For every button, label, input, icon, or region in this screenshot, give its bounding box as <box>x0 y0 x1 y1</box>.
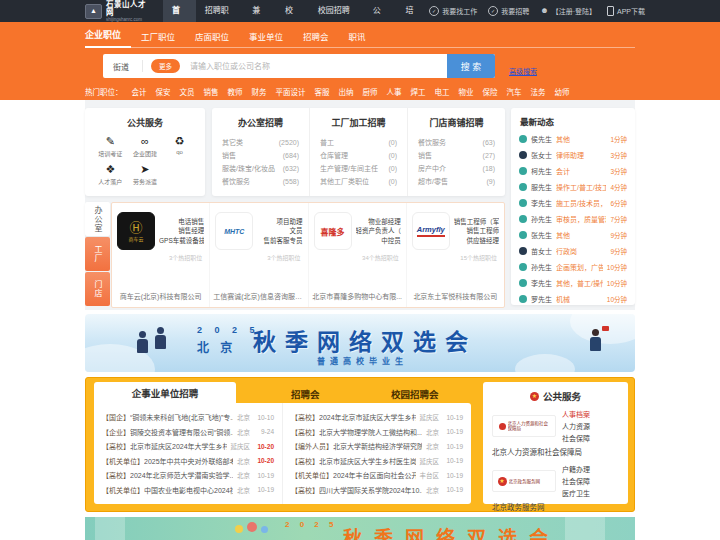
resume-row[interactable]: 苗女士 行政岗 9分钟 <box>511 243 635 259</box>
gov-link[interactable]: 社会保障 <box>562 433 590 443</box>
resume-row[interactable]: 服先生 操作工/普工/技工... 4分钟 <box>511 179 635 195</box>
hot-job-link[interactable]: 法务 <box>531 86 546 97</box>
company-card[interactable]: 喜隆多 物业部经理 轻资产负责人（购 中控员 34个热招职位 北京市喜隆多购物中… <box>308 203 406 307</box>
hot-job-link[interactable]: 客服 <box>315 86 330 97</box>
category-link[interactable]: 房产中介(18) <box>418 162 495 175</box>
hot-job-link[interactable]: 出纳 <box>339 86 354 97</box>
search-tab[interactable]: 企业职位 <box>85 28 131 48</box>
resume-row[interactable]: 张女士 律师助理 3分钟 <box>511 147 635 163</box>
nav-item[interactable]: 校招 <box>276 0 309 22</box>
resume-row[interactable]: 李先生 施工员/技术员，... 6分钟 <box>511 195 635 211</box>
resume-row[interactable]: 柯先生 会计 3分钟 <box>511 163 635 179</box>
category-link[interactable]: 餐饮服务(558) <box>222 175 299 188</box>
category-link[interactable]: 超市/零售(9) <box>418 175 495 188</box>
tab-enterprise-recruit[interactable]: 企事业单位招聘 <box>94 382 236 403</box>
category-link[interactable]: 其他工厂类职位(0) <box>320 175 397 188</box>
category-link[interactable]: 销售(684) <box>222 149 299 162</box>
company-card[interactable]: MHTC 项目助理 文员 售前客服专员 3个热招职位 工信赛诚(北京)信息咨询服… <box>209 203 307 307</box>
nav-item[interactable]: 兼职 <box>243 0 276 22</box>
company-type-tab[interactable]: 办公室 <box>85 202 110 236</box>
category-link[interactable]: 生产管理/车间主任(0) <box>320 162 397 175</box>
hot-job-link[interactable]: 平面设计 <box>276 86 306 97</box>
search-button[interactable]: 搜 索 <box>447 54 495 78</box>
nav-item[interactable]: 公招 <box>364 0 397 22</box>
resume-row[interactable]: 罗先生 机械 10分钟 <box>511 291 635 305</box>
resume-row[interactable]: 侯先生 其他 1分钟 <box>511 131 635 147</box>
site-logo[interactable]: ▲ 石景山人才网 shijingshanrc.com <box>85 1 151 22</box>
gov-link[interactable]: 户籍办理 <box>562 464 590 474</box>
register-login-link[interactable]: ☻ 【注册·登陆】 <box>540 6 596 16</box>
service-item[interactable]: ♻ qo <box>162 135 197 158</box>
listing-row[interactable]: 【编外人员】 北京大学新结构经济学研究院202... 北京 10-19 <box>291 439 463 454</box>
gov-portal-caption[interactable]: 北京政务服务网 <box>492 501 619 512</box>
hot-job-link[interactable]: 电工 <box>435 86 450 97</box>
search-tab[interactable]: 招聘会 <box>293 30 339 47</box>
advanced-search-link[interactable]: 高级搜索 <box>509 66 537 76</box>
nav-item[interactable]: 招聘职位 <box>196 0 244 22</box>
listing-row[interactable]: 【机关单位】 2025年中共中央对外联络部考试... 北京 10-20 <box>102 454 274 469</box>
listing-row[interactable]: 【高校】 北京市延庆区大学生乡村医生岗... 延庆区 10-19 <box>291 454 463 469</box>
hot-job-link[interactable]: 会计 <box>132 86 147 97</box>
bottom-job-fair-banner[interactable]: 2 0 2 5 秋季网络双选会 <box>85 517 635 540</box>
hr-bureau-logo[interactable]: 北京人力资源和社会保障局 <box>492 415 556 437</box>
listing-row[interactable]: 【高校】 四川大学国际关系学院2024年10... 北京 10-19 <box>291 483 463 498</box>
hot-job-link[interactable]: 幼师 <box>555 86 570 97</box>
category-link[interactable]: 仓库管理(0) <box>320 149 397 162</box>
search-tab[interactable]: 工厂职位 <box>131 30 185 47</box>
gov-link[interactable]: 人事档案 <box>562 409 590 419</box>
category-link[interactable]: 服装/珠宝/化妆品(632) <box>222 162 299 175</box>
find-job-link[interactable]: ✓ 我要找工作 <box>429 6 477 16</box>
service-item[interactable]: ➤ 劳务派遣 <box>128 163 163 186</box>
resume-row[interactable]: 孙先生 审核员，质量管理... 7分钟 <box>511 211 635 227</box>
search-input[interactable] <box>188 61 447 72</box>
nav-item[interactable]: 培训 <box>396 0 429 22</box>
more-filters-button[interactable]: 更多 <box>151 59 180 73</box>
district-dropdown[interactable]: 街道 <box>103 61 142 72</box>
gov-portal-logo[interactable]: ★ 北京政务服务网 <box>492 470 556 492</box>
service-item[interactable]: ∞ 企业团建 <box>128 135 163 158</box>
app-download-link[interactable]: APP下载 <box>607 6 645 16</box>
category-link[interactable]: 其它类(2520) <box>222 136 299 149</box>
hot-job-link[interactable]: 文员 <box>180 86 195 97</box>
nav-item[interactable]: 首页 <box>163 0 196 22</box>
hire-link[interactable]: ✓ 我要招聘 <box>488 6 529 16</box>
gov-link[interactable]: 医疗卫生 <box>562 488 590 498</box>
hr-bureau-caption[interactable]: 北京人力资源和社会保障局 <box>492 446 619 457</box>
category-link[interactable]: 餐饮服务(63) <box>418 136 495 149</box>
hot-job-link[interactable]: 销售 <box>204 86 219 97</box>
service-item[interactable]: ✎ 培训考证 <box>93 135 128 158</box>
hot-job-link[interactable]: 物业 <box>459 86 474 97</box>
search-tab[interactable]: 店面职位 <box>185 30 239 47</box>
resume-row[interactable]: 孙先生 企画策划，广告传... 10分钟 <box>511 259 635 275</box>
listing-row[interactable]: 【高校】 2024年北京市延庆区大学生乡村... 延庆区 10-19 <box>291 410 463 425</box>
gov-link[interactable]: 社会保障 <box>562 476 590 486</box>
resume-row[interactable]: 张先生 其他 9分钟 <box>511 227 635 243</box>
tab-campus-fair[interactable]: 校园招聘会 <box>391 387 439 401</box>
listing-row[interactable]: 【高校】 2024年北京师范大学潜南实验学... 北京 10-19 <box>102 468 274 483</box>
search-tab[interactable]: 职讯 <box>339 30 376 47</box>
company-card[interactable]: Armyfly 销售工程师（军工 销售工程师 供应链经理 15个热招职位 北京东… <box>406 203 504 307</box>
listing-row[interactable]: 【高校】 北京市延庆区2024年大学生乡村... 延庆区 10-20 <box>102 439 274 454</box>
hot-job-link[interactable]: 财务 <box>252 86 267 97</box>
hot-job-link[interactable]: 人事 <box>387 86 402 97</box>
hot-job-link[interactable]: 焊工 <box>411 86 426 97</box>
category-link[interactable]: 普工(0) <box>320 136 397 149</box>
hot-job-link[interactable]: 保险 <box>483 86 498 97</box>
listing-row[interactable]: 【高校】 北京大学物理学院人工微结构和... 北京 10-19 <box>291 425 463 440</box>
job-fair-banner[interactable]: 2 0 2 5 北 京 秋季网络双选会 普通高校毕业生 <box>85 314 635 372</box>
company-card[interactable]: Ⓗ 商车云 电话销售 销售经理 GPS车载设备技 3个热招职位 商车云(北京)科… <box>112 203 209 307</box>
company-type-tab[interactable]: 门店 <box>85 272 110 306</box>
hot-job-link[interactable]: 保安 <box>156 86 171 97</box>
service-item[interactable]: ❖ 人才落户 <box>93 163 128 186</box>
hot-job-link[interactable]: 汽车 <box>507 86 522 97</box>
nav-item[interactable]: 校园招聘会 <box>309 0 364 22</box>
company-type-tab[interactable]: 工厂 <box>85 237 110 271</box>
listing-row[interactable]: 【机关单位】 2024年丰台区面向社会公开招录... 丰台区 10-19 <box>291 468 463 483</box>
listing-row[interactable]: 【机关单位】 中国农业电影电视中心2024社会... 北京 10-19 <box>102 483 274 498</box>
search-tab[interactable]: 事业单位 <box>239 30 293 47</box>
tab-job-fair[interactable]: 招聘会 <box>291 387 320 401</box>
hot-job-link[interactable]: 教师 <box>228 86 243 97</box>
gov-link[interactable]: 人力资源 <box>562 421 590 431</box>
hot-job-link[interactable]: 厨师 <box>363 86 378 97</box>
resume-row[interactable]: 李先生 其他，普工/操作... 10分钟 <box>511 275 635 291</box>
